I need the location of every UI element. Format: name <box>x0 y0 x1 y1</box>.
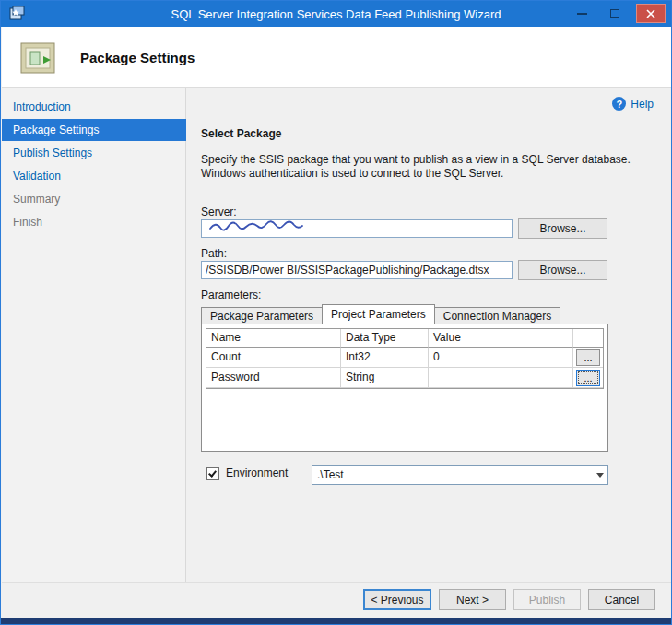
parameters-tabs: Package Parameters Project Parameters Co… <box>201 304 560 324</box>
sidebar-item-summary: Summary <box>2 188 186 210</box>
param-type-cell: String <box>341 368 429 388</box>
wizard-steps-sidebar: Introduction Package Settings Publish Se… <box>2 88 186 582</box>
help-icon: ? <box>612 97 626 111</box>
maximize-icon <box>610 9 619 18</box>
path-browse-button[interactable]: Browse... <box>518 260 607 280</box>
parameters-label: Parameters: <box>201 289 261 301</box>
chevron-down-icon <box>592 473 607 478</box>
app-icon[interactable] <box>8 6 25 22</box>
titlebar: SQL Server Integration Services Data Fee… <box>1 1 671 27</box>
column-header-actions <box>573 329 603 348</box>
param-value-ellipsis-button[interactable]: ... <box>576 370 600 386</box>
parameters-panel: Name Data Type Value Count Int32 0 ... P… <box>201 324 608 452</box>
sidebar-item-publish-settings[interactable]: Publish Settings <box>2 142 186 164</box>
environment-dropdown[interactable]: .\Test <box>312 465 608 485</box>
sidebar-item-finish: Finish <box>2 211 186 233</box>
publish-button: Publish <box>513 589 581 610</box>
server-browse-button[interactable]: Browse... <box>518 218 607 239</box>
param-value-cell[interactable]: 0 <box>429 348 573 368</box>
path-input[interactable] <box>201 261 513 279</box>
previous-button[interactable]: < Previous <box>363 589 431 610</box>
section-title: Select Package <box>201 127 281 140</box>
table-row: Password String ... <box>206 368 603 388</box>
checkmark-icon <box>208 468 217 477</box>
help-link[interactable]: ? Help <box>612 97 654 111</box>
maximize-button[interactable] <box>603 5 627 23</box>
column-header-name: Name <box>206 329 341 348</box>
environment-selected-value: .\Test <box>312 468 592 481</box>
minimize-button[interactable] <box>570 5 594 23</box>
close-icon <box>646 9 655 18</box>
table-row: Count Int32 0 ... <box>206 348 603 368</box>
tab-connection-managers[interactable]: Connection Managers <box>434 307 560 324</box>
package-settings-icon <box>18 38 60 77</box>
wizard-header: Package Settings <box>2 27 672 88</box>
page-title: Package Settings <box>80 50 195 65</box>
sidebar-item-validation[interactable]: Validation <box>2 165 186 187</box>
help-label: Help <box>631 98 654 111</box>
table-header-row: Name Data Type Value <box>206 329 603 348</box>
parameters-table: Name Data Type Value Count Int32 0 ... P… <box>206 328 604 389</box>
minimize-icon <box>577 13 587 15</box>
param-name-cell: Count <box>206 348 341 368</box>
path-label: Path: <box>201 247 227 260</box>
sidebar-item-introduction[interactable]: Introduction <box>2 96 186 118</box>
main-content: ? Help Select Package Specify the SSIS p… <box>186 88 672 582</box>
wizard-footer: < Previous Next > Publish Cancel <box>2 582 672 619</box>
param-value-ellipsis-button[interactable]: ... <box>576 349 600 366</box>
column-header-value: Value <box>429 329 573 348</box>
param-name-cell: Password <box>206 368 341 388</box>
param-value-cell[interactable] <box>429 368 573 388</box>
server-input[interactable] <box>201 219 513 238</box>
param-type-cell: Int32 <box>341 348 429 368</box>
server-label: Server: <box>201 206 237 218</box>
tab-package-parameters[interactable]: Package Parameters <box>201 307 323 324</box>
cancel-button[interactable]: Cancel <box>588 589 655 610</box>
tab-project-parameters[interactable]: Project Parameters <box>322 304 435 324</box>
section-description: Specify the SSIS package that you want t… <box>201 153 636 181</box>
environment-checkbox[interactable] <box>206 467 219 480</box>
column-header-data-type: Data Type <box>341 329 429 348</box>
window-bottom-border <box>1 618 672 625</box>
close-button[interactable] <box>636 4 666 23</box>
next-button[interactable]: Next > <box>439 589 506 610</box>
environment-label: Environment <box>226 466 288 479</box>
wizard-window: SQL Server Integration Services Data Fee… <box>0 0 672 625</box>
sidebar-item-package-settings[interactable]: Package Settings <box>2 119 186 141</box>
